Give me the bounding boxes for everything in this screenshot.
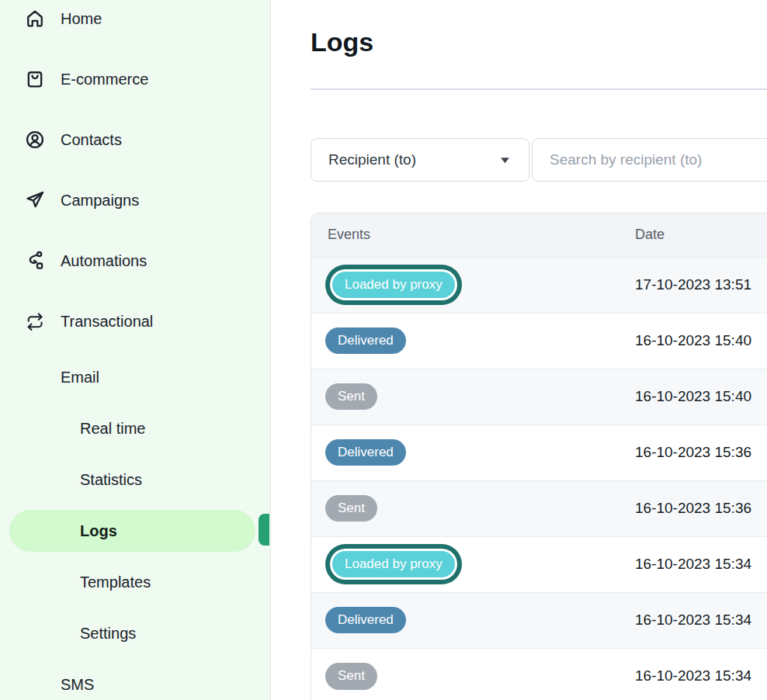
date-cell: 16-10-2023 15:36 <box>635 480 767 536</box>
event-badge-sent: Sent <box>325 495 377 522</box>
date-cell: 17-10-2023 13:51 <box>635 257 767 313</box>
sidebar-item-label: Automations <box>61 252 147 270</box>
sidebar-item-contacts[interactable]: Contacts <box>0 109 270 170</box>
table-row[interactable]: Loaded by proxy 16-10-2023 15:34 <box>311 536 767 592</box>
date-cell: 16-10-2023 15:34 <box>635 592 767 648</box>
date-cell: 16-10-2023 15:34 <box>635 536 767 592</box>
event-badge-delivered: Delivered <box>325 607 406 633</box>
event-badge-loaded-by-proxy: Loaded by proxy <box>332 551 455 577</box>
date-cell: 16-10-2023 15:36 <box>635 425 767 480</box>
sidebar-item-label: Real time <box>80 420 145 438</box>
sidebar-item-automations[interactable]: Automations <box>0 230 270 291</box>
repeat-arrows-icon <box>24 310 46 332</box>
table-row[interactable]: Sent 16-10-2023 15:34 <box>311 648 767 700</box>
active-section-indicator <box>259 514 269 546</box>
sidebar-nav: Home E-commerce Contacts Campaigns <box>0 0 270 700</box>
date-cell: 16-10-2023 15:34 <box>635 648 767 700</box>
sidebar-item-label: Contacts <box>61 131 122 149</box>
chevron-down-icon <box>500 157 510 164</box>
sidebar-item-label: Templates <box>80 574 151 591</box>
event-badge-sent: Sent <box>325 383 377 410</box>
shopping-bag-icon <box>24 68 46 90</box>
sidebar-item-label: Logs <box>80 522 117 540</box>
event-badge-delivered: Delivered <box>325 327 406 354</box>
logs-table: Events Date Loaded by proxy 17-10-2023 1… <box>311 213 767 700</box>
sidebar-item-logs[interactable]: Logs <box>9 510 255 552</box>
paper-plane-icon <box>24 189 46 211</box>
sidebar-item-label: SMS <box>61 676 94 694</box>
event-badge-loaded-by-proxy: Loaded by proxy <box>332 272 455 298</box>
filter-field-select[interactable]: Recipient (to) <box>311 138 529 182</box>
event-badge-sent: Sent <box>325 663 377 689</box>
sidebar-item-label: Home <box>61 10 102 28</box>
search-input[interactable] <box>532 138 767 182</box>
logs-table-card: Events Date Loaded by proxy 17-10-2023 1… <box>311 213 767 700</box>
table-row[interactable]: Delivered 16-10-2023 15:34 <box>311 592 767 648</box>
sidebar-item-label: Transactional <box>61 313 153 331</box>
sidebar-item-logs-row: Logs <box>0 505 270 556</box>
sidebar: Home E-commerce Contacts Campaigns <box>0 0 271 700</box>
event-badge-delivered: Delivered <box>325 439 406 466</box>
sidebar-item-home[interactable]: Home <box>0 0 270 49</box>
home-icon <box>24 8 46 29</box>
table-row[interactable]: Sent 16-10-2023 15:40 <box>311 369 767 425</box>
table-header-row: Events Date <box>311 213 767 257</box>
header-divider <box>311 88 767 90</box>
date-cell: 16-10-2023 15:40 <box>635 369 767 425</box>
sidebar-item-label: Campaigns <box>61 192 139 210</box>
automation-flow-icon <box>24 250 46 272</box>
table-row[interactable]: Delivered 16-10-2023 15:40 <box>311 313 767 369</box>
table-row[interactable]: Sent 16-10-2023 15:36 <box>311 480 767 536</box>
sidebar-item-label: E-commerce <box>61 71 148 88</box>
sidebar-item-ecommerce[interactable]: E-commerce <box>0 49 270 109</box>
sidebar-item-transactional[interactable]: Transactional <box>0 291 270 352</box>
table-row[interactable]: Loaded by proxy 17-10-2023 13:51 <box>311 257 767 313</box>
sidebar-item-real-time[interactable]: Real time <box>0 403 270 454</box>
sidebar-item-sms[interactable]: SMS <box>0 659 270 700</box>
table-header-events: Events <box>311 213 635 257</box>
main-content: Logs Recipient (to) Events Date <box>272 0 767 700</box>
sidebar-item-templates[interactable]: Templates <box>0 556 270 608</box>
sidebar-item-email[interactable]: Email <box>0 352 270 403</box>
sidebar-item-label: Email <box>61 369 99 386</box>
page-title: Logs <box>311 0 767 59</box>
filter-field-value: Recipient (to) <box>328 151 416 168</box>
table-row[interactable]: Delivered 16-10-2023 15:36 <box>311 425 767 480</box>
filter-row: Recipient (to) <box>311 138 767 182</box>
sidebar-item-statistics[interactable]: Statistics <box>0 454 270 505</box>
sidebar-item-campaigns[interactable]: Campaigns <box>0 170 270 230</box>
table-header-date: Date <box>635 213 767 257</box>
sidebar-item-label: Settings <box>80 625 136 643</box>
sidebar-item-label: Statistics <box>80 471 142 489</box>
user-circle-icon <box>24 129 46 151</box>
app-window: Home E-commerce Contacts Campaigns <box>0 0 767 700</box>
date-cell: 16-10-2023 15:40 <box>635 313 767 369</box>
sidebar-item-settings[interactable]: Settings <box>0 608 270 659</box>
